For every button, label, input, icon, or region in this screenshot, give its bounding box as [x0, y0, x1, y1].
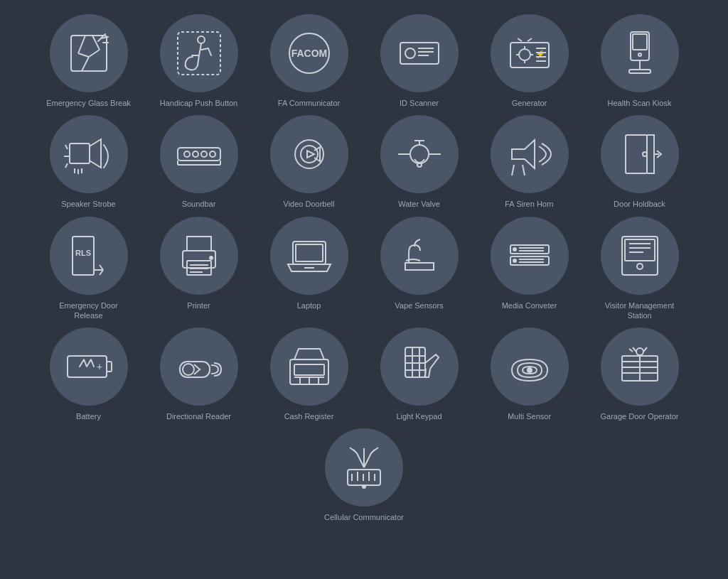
icon-label-generator: Generator [512, 98, 547, 108]
icon-circle-battery: + [50, 328, 128, 406]
svg-line-3 [82, 57, 89, 71]
svg-line-56 [100, 270, 103, 275]
svg-point-63 [210, 256, 213, 259]
svg-marker-28 [90, 139, 101, 168]
icon-label-fa-siren-horn: FA Siren Horn [505, 199, 553, 209]
svg-rect-10 [400, 43, 439, 64]
icon-label-soundbar: Soundbar [182, 199, 216, 209]
icon-item-water-valve[interactable]: Water Valve [366, 115, 473, 209]
icon-item-emergency-glass-break[interactable]: Emergency Glass Break [36, 14, 142, 108]
svg-point-36 [210, 151, 215, 157]
svg-point-112 [363, 485, 365, 488]
icon-circle-handicap-push-button [160, 14, 238, 92]
svg-point-51 [643, 152, 647, 156]
svg-rect-77 [625, 239, 655, 261]
icon-item-media-conveter[interactable]: Media Conveter [476, 217, 583, 321]
icon-label-health-scan-kiosk: Health Scan Kiosk [608, 98, 672, 108]
icon-item-handicap-push-button[interactable]: Handicap Push Button [146, 14, 252, 108]
icon-item-battery[interactable]: + Battery [36, 328, 142, 421]
icon-item-directional-reader[interactable]: Directional Reader [146, 328, 252, 421]
icon-label-battery: Battery [76, 411, 101, 421]
icon-circle-soundbar [160, 115, 238, 193]
icon-item-soundbar[interactable]: Soundbar [146, 115, 252, 209]
svg-point-105 [636, 348, 643, 355]
icon-circle-fa-siren-horn [491, 115, 569, 193]
icon-item-door-holdback[interactable]: Door Holdback [587, 115, 693, 209]
icon-circle-id-scanner [380, 14, 459, 92]
icon-label-emergency-door-release: Emergency Door Release [46, 301, 132, 321]
svg-point-47 [417, 163, 422, 167]
svg-rect-58 [187, 237, 211, 251]
svg-rect-65 [296, 244, 323, 261]
icon-circle-fa-communicator: FACOM [270, 14, 348, 92]
icon-item-fa-siren-horn[interactable]: FA Siren Horn [476, 115, 583, 209]
svg-line-48 [523, 165, 525, 175]
svg-point-78 [637, 264, 643, 269]
icon-circle-printer [160, 217, 238, 295]
icon-circle-vape-sensors [380, 217, 459, 295]
svg-line-55 [100, 265, 103, 270]
svg-point-16 [519, 49, 530, 60]
icon-circle-media-conveter [491, 217, 569, 295]
icon-label-media-conveter: Media Conveter [502, 301, 557, 310]
svg-rect-50 [626, 135, 647, 173]
icon-item-emergency-door-release[interactable]: RLS Emergency Door Release [36, 217, 142, 321]
icon-label-handicap-push-button: Handicap Push Button [160, 98, 237, 108]
icon-item-fa-communicator[interactable]: FACOM FA Communicator [256, 14, 363, 108]
icon-circle-garage-door-operator [601, 328, 679, 406]
icon-item-multi-sensor[interactable]: Multi Sensor [476, 328, 583, 421]
svg-text:+: + [96, 361, 102, 372]
svg-line-4 [89, 50, 100, 57]
icon-item-health-scan-kiosk[interactable]: Health Scan Kiosk [587, 14, 693, 108]
icon-circle-emergency-glass-break [50, 14, 128, 92]
icon-label-printer: Printer [187, 301, 210, 310]
icon-circle-laptop [270, 217, 348, 295]
icon-item-id-scanner[interactable]: ID Scanner [366, 14, 473, 108]
icon-label-directional-reader: Directional Reader [166, 411, 231, 421]
svg-text:RLS: RLS [75, 249, 91, 257]
icon-label-multi-sensor: Multi Sensor [508, 411, 551, 421]
svg-point-34 [193, 151, 198, 157]
icon-item-cash-register[interactable]: Cash Register [256, 328, 363, 421]
icon-circle-door-holdback [601, 115, 679, 193]
svg-rect-88 [294, 364, 324, 375]
icon-item-speaker-strobe[interactable]: Speaker Strobe [36, 115, 142, 209]
svg-point-99 [528, 368, 532, 372]
icon-item-vape-sensors[interactable]: Vape Sensors [366, 217, 473, 321]
icon-label-fa-communicator: FA Communicator [278, 98, 340, 108]
icon-label-vape-sensors: Vape Sensors [395, 301, 443, 310]
icon-circle-cash-register [270, 328, 348, 406]
icon-circle-generator: ⚡ [491, 14, 569, 92]
icon-item-visitor-management-station[interactable]: Visitor Management Station [587, 217, 693, 321]
icon-label-speaker-strobe: Speaker Strobe [61, 199, 115, 209]
icon-label-emergency-glass-break: Emergency Glass Break [46, 98, 131, 108]
icon-circle-visitor-management-station [601, 217, 679, 295]
icon-circle-light-keypad [380, 328, 459, 406]
svg-rect-23 [633, 34, 647, 50]
svg-point-86 [183, 364, 194, 375]
icon-label-visitor-management-station: Visitor Management Station [597, 301, 682, 321]
icon-label-video-doorbell: Video Doorbell [284, 199, 335, 209]
icon-item-light-keypad[interactable]: Light Keypad [366, 328, 473, 421]
svg-rect-83 [107, 362, 112, 372]
svg-point-33 [184, 151, 190, 157]
icon-item-printer[interactable]: Printer [146, 217, 252, 321]
icon-item-generator[interactable]: ⚡ Generator [476, 14, 583, 108]
svg-rect-0 [71, 36, 107, 71]
icon-circle-multi-sensor [491, 328, 569, 406]
svg-point-6 [198, 36, 205, 43]
icon-label-cellular-communicator: Cellular Communicator [324, 512, 404, 522]
icon-item-garage-door-operator[interactable]: Garage Door Operator [587, 328, 693, 421]
icon-label-cash-register: Cash Register [284, 411, 334, 421]
svg-point-11 [405, 48, 415, 58]
icon-circle-speaker-strobe [50, 115, 128, 193]
icon-circle-health-scan-kiosk [601, 14, 679, 92]
icon-label-light-keypad: Light Keypad [396, 411, 441, 421]
svg-point-71 [513, 259, 516, 262]
icon-item-laptop[interactable]: Laptop [256, 217, 363, 321]
svg-line-2 [78, 53, 89, 57]
icon-item-cellular-communicator[interactable]: Cellular Communicator [324, 428, 404, 522]
svg-line-1 [78, 36, 85, 53]
icon-item-video-doorbell[interactable]: Video Doorbell [256, 115, 363, 209]
svg-point-35 [201, 151, 207, 157]
